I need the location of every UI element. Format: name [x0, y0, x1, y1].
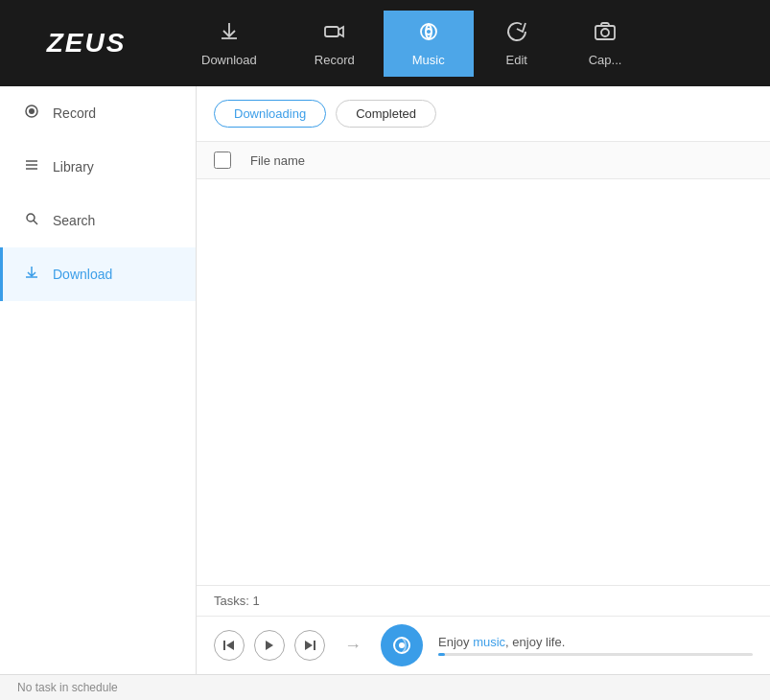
- svg-point-10: [27, 214, 35, 222]
- nav-item-edit-label: Edit: [506, 53, 527, 67]
- sidebar-item-search[interactable]: Search: [0, 194, 196, 247]
- music-nav-icon: [417, 20, 440, 47]
- nav-item-record[interactable]: Record: [286, 11, 384, 77]
- prev-button[interactable]: [214, 630, 245, 661]
- capture-nav-icon: [594, 20, 617, 47]
- file-list-header: File name: [197, 142, 770, 179]
- nav-item-music[interactable]: Music: [384, 11, 474, 77]
- svg-marker-16: [305, 641, 313, 650]
- tab-completed[interactable]: Completed: [336, 100, 436, 128]
- sidebar-item-library-label: Library: [53, 159, 94, 175]
- nav-item-download-label: Download: [201, 53, 257, 67]
- sidebar-item-download-label: Download: [53, 267, 112, 282]
- library-sidebar-icon: [22, 157, 41, 176]
- edit-nav-icon: [505, 20, 528, 47]
- svg-rect-0: [325, 27, 338, 36]
- shuffle-icon: →: [344, 636, 362, 656]
- music-info: Enjoy music, enjoy life.: [438, 635, 753, 656]
- top-navigation: ZEUS Download Record: [0, 0, 770, 86]
- download-sidebar-icon: [22, 265, 41, 284]
- svg-point-1: [421, 24, 436, 39]
- search-sidebar-icon: [22, 211, 41, 230]
- svg-marker-13: [226, 641, 234, 650]
- record-nav-icon: [323, 20, 346, 47]
- sidebar-item-library[interactable]: Library: [0, 140, 196, 194]
- sidebar: Record Library Search: [0, 86, 197, 674]
- tasks-label: Tasks:: [214, 594, 249, 608]
- sidebar-item-record[interactable]: Record: [0, 86, 196, 140]
- file-list-body: [197, 179, 770, 585]
- svg-point-19: [399, 642, 405, 648]
- svg-rect-17: [314, 641, 315, 650]
- svg-point-4: [601, 29, 609, 36]
- record-sidebar-icon: [22, 104, 41, 123]
- svg-point-6: [29, 108, 35, 114]
- select-all-checkbox[interactable]: [214, 152, 231, 169]
- content-area: Downloading Completed File name Tasks: 1: [197, 86, 770, 674]
- play-button[interactable]: [254, 630, 285, 661]
- nav-item-capture-label: Cap...: [589, 53, 622, 67]
- svg-rect-14: [223, 641, 225, 650]
- tab-bar: Downloading Completed: [197, 86, 770, 142]
- music-tagline: Enjoy music, enjoy life.: [438, 635, 753, 649]
- nav-item-record-label: Record: [315, 53, 355, 67]
- sidebar-item-record-label: Record: [53, 105, 96, 121]
- nav-item-edit[interactable]: Edit: [474, 11, 560, 77]
- tasks-footer: Tasks: 1: [197, 585, 770, 616]
- download-nav-icon: [218, 20, 241, 47]
- next-button[interactable]: [294, 630, 325, 661]
- tab-downloading[interactable]: Downloading: [214, 100, 326, 128]
- music-progress-fill: [438, 653, 445, 656]
- music-disc: [381, 624, 423, 666]
- sidebar-item-download[interactable]: Download: [0, 247, 196, 301]
- sidebar-item-search-label: Search: [53, 213, 95, 228]
- status-message: No task in schedule: [17, 681, 118, 694]
- app-logo: ZEUS: [47, 28, 127, 58]
- player-controls: [214, 630, 325, 661]
- music-player: → Enjoy music, enjoy life.: [197, 616, 770, 674]
- logo-area: ZEUS: [0, 28, 173, 58]
- nav-item-download[interactable]: Download: [173, 11, 286, 77]
- nav-items: Download Record Music: [173, 11, 770, 77]
- main-layout: Record Library Search: [0, 86, 770, 674]
- music-progress-bar[interactable]: [438, 653, 753, 656]
- nav-item-music-label: Music: [412, 53, 445, 67]
- nav-item-capture[interactable]: Cap...: [560, 11, 651, 77]
- svg-line-11: [34, 221, 37, 224]
- filename-column-header: File name: [250, 153, 305, 168]
- tasks-count: 1: [252, 594, 259, 608]
- svg-marker-15: [266, 641, 273, 650]
- status-bar: No task in schedule: [0, 674, 770, 700]
